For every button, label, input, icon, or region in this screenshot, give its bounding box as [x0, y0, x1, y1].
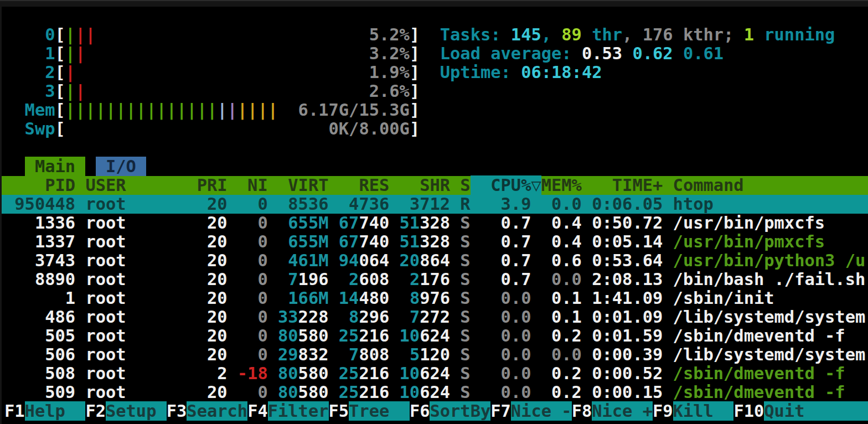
cell-pid: 486 — [4, 307, 75, 327]
cell-res: 7 — [349, 345, 359, 364]
cell-shr: 8 — [410, 288, 420, 308]
fkey-f10-label[interactable]: Quit — [764, 401, 868, 421]
col-state[interactable]: S — [460, 175, 470, 195]
cell-res: 4 — [349, 194, 359, 214]
cell-pri: 20 — [197, 345, 228, 364]
cpu2-meter-bar-red: | — [65, 63, 75, 82]
process-row[interactable]: 3743 root 20 0 461M 94064 20864 S 0.7 0.… — [4, 251, 868, 270]
fkey-f2-label[interactable]: Setup — [106, 401, 167, 421]
cell-pri: 20 — [197, 382, 228, 402]
cell-state: S — [460, 382, 470, 402]
fkey-f6[interactable]: F6 — [410, 401, 430, 421]
col-shr[interactable]: SHR — [400, 175, 450, 195]
cell-mem: 0.2 — [531, 326, 581, 345]
cell-pri: 2 — [197, 364, 228, 383]
cell-cpu: 0.7 — [471, 232, 531, 251]
meter-open-bracket: [ — [55, 100, 65, 120]
uptime-text: Uptime: 06:18:42 — [440, 63, 602, 82]
cell-command: /lib/systemd/system — [663, 307, 865, 327]
fkey-f3-label[interactable]: Search — [187, 401, 247, 421]
meter-close-bracket: ] — [410, 100, 420, 120]
fkey-f6-label[interactable]: SortBy — [430, 401, 490, 421]
cell-user: root — [85, 345, 197, 364]
mem-meter-label: Mem — [4, 100, 55, 120]
meter-open-bracket: [ — [55, 44, 65, 63]
col-mem[interactable]: MEM% — [541, 175, 582, 195]
meter-close-bracket: ] — [410, 25, 420, 44]
cell-command: /usr/bin/pmxcfs — [663, 232, 825, 251]
cell-user: root — [85, 307, 197, 327]
fkey-f9[interactable]: F9 — [653, 401, 673, 421]
cell-res: 67 — [339, 232, 359, 251]
process-row[interactable]: 8890 root 20 0 7196 2608 2176 S 0.7 0.0 … — [4, 270, 868, 289]
fkey-f9-label[interactable]: Kill — [673, 401, 734, 421]
col-user[interactable]: USER — [85, 175, 197, 195]
fkey-f10[interactable]: F10 — [733, 401, 764, 421]
cpu3-meter-bar-green: | — [65, 81, 75, 101]
process-row[interactable]: 1 root 20 0 166M 14480 8976 S 0.0 0.1 1:… — [4, 289, 868, 308]
cell-user: root — [85, 270, 197, 289]
fkey-f8[interactable]: F8 — [572, 401, 592, 421]
col-res[interactable]: RES — [339, 175, 389, 195]
col-time[interactable]: TIME+ — [582, 175, 663, 195]
col-pri[interactable]: PRI — [197, 175, 228, 195]
cell-command: htop — [663, 194, 713, 214]
col-virt[interactable]: VIRT — [278, 175, 328, 195]
process-row[interactable]: 508 root 2 -18 80580 25216 10624 S 0.0 0… — [4, 364, 868, 383]
fkey-f5[interactable]: F5 — [329, 401, 349, 421]
cpu2-meter-value: 1.9% — [369, 63, 410, 82]
cpu0-meter-bar-red: || — [75, 25, 96, 44]
cell-pid: 1337 — [4, 232, 75, 251]
tab-io[interactable]: I/O — [96, 157, 146, 176]
fkey-f7[interactable]: F7 — [490, 401, 511, 421]
fkey-f1[interactable]: F1 — [4, 401, 25, 421]
fkey-f4[interactable]: F4 — [247, 401, 268, 421]
col-cpu-sorted[interactable]: CPU%▽ — [471, 175, 541, 195]
cell-ni: 0 — [237, 345, 268, 364]
cell-user: root — [85, 364, 197, 383]
process-row[interactable]: 950448 root 20 0 8536 4736 3712 R 3.9 0.… — [2, 195, 868, 214]
cell-cpu: 0.0 — [471, 326, 531, 345]
cell-pid: 3743 — [4, 251, 75, 270]
cpu2-meter: 2[| 1.9%] Uptime: 06:18:42 — [4, 63, 868, 82]
cell-ni: 0 — [237, 251, 268, 270]
fkey-f3[interactable]: F3 — [167, 401, 187, 421]
col-ni[interactable]: NI — [237, 175, 268, 195]
cell-command: /sbin/dmeventd -f — [663, 326, 845, 345]
cell-pri: 20 — [197, 270, 228, 289]
process-row[interactable]: 1336 root 20 0 655M 67740 51328 S 0.7 0.… — [4, 214, 868, 232]
cell-cpu: 3.9 — [471, 194, 531, 214]
fkey-f2[interactable]: F2 — [85, 401, 106, 421]
cell-shr: 10 — [400, 364, 420, 383]
fkey-f4-label[interactable]: Filter — [268, 401, 329, 421]
tab-main[interactable]: Main — [25, 157, 86, 176]
cell-res: 25 — [339, 364, 359, 383]
cell-shr: 51 — [400, 213, 420, 232]
meter-close-bracket: ] — [410, 44, 420, 63]
fkey-f1-label[interactable]: Help — [25, 401, 86, 421]
col-pid[interactable]: PID — [4, 175, 75, 195]
cell-time: 0:01.09 — [582, 307, 663, 327]
cell-pri: 20 — [197, 213, 228, 232]
function-key-bar: F1Help F2Setup F3SearchF4FilterF5Tree F6… — [4, 402, 868, 421]
cell-state: R — [460, 194, 470, 214]
fkey-f7-label[interactable]: Nice - — [511, 401, 572, 421]
process-row[interactable]: 505 root 20 0 80580 25216 10624 S 0.0 0.… — [4, 327, 868, 345]
cell-ni: 0 — [237, 232, 268, 251]
cell-time: 0:53.64 — [582, 251, 663, 270]
meter-open-bracket: [ — [55, 25, 65, 44]
process-row[interactable]: 1337 root 20 0 655M 67740 51328 S 0.7 0.… — [4, 232, 868, 251]
fkey-f5-label[interactable]: Tree — [349, 401, 410, 421]
cell-command: /bin/bash ./fail.sh — [663, 270, 865, 289]
cell-user: root — [85, 232, 197, 251]
col-command[interactable]: Command — [663, 175, 743, 195]
process-row[interactable]: 509 root 20 0 80580 25216 10624 S 0.0 0.… — [4, 383, 868, 402]
fkey-f8-label[interactable]: Nice + — [592, 401, 653, 421]
cell-shr: 10 — [400, 382, 420, 402]
cell-user: root — [85, 326, 197, 345]
cell-pid: 506 — [4, 345, 75, 364]
cell-shr: 10 — [400, 326, 420, 345]
process-row[interactable]: 506 root 20 0 29832 7808 5120 S 0.0 0.0 … — [4, 345, 868, 364]
cell-state: S — [460, 251, 470, 270]
process-row[interactable]: 486 root 20 0 33228 8296 7272 S 0.0 0.1 … — [4, 308, 868, 327]
